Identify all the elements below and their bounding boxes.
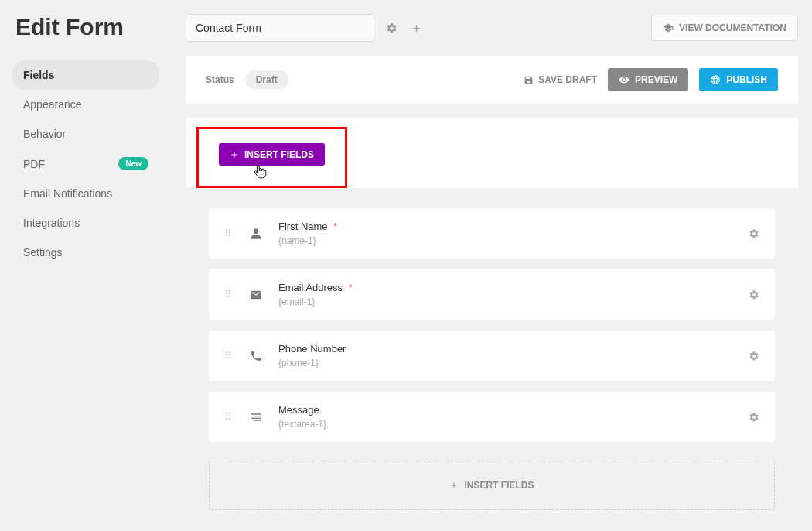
field-slug: {name-1} — [278, 235, 733, 246]
sidebar-item-label: Integrations — [23, 217, 80, 229]
sidebar-item-fields[interactable]: Fields — [12, 60, 159, 90]
fields-panel: INSERT FIELDS ⠿ First Name * {name- — [186, 118, 798, 510]
field-row[interactable]: ⠿ Phone Number {phone-1} — [209, 331, 775, 381]
gear-icon[interactable] — [749, 228, 759, 239]
button-label: PREVIEW — [635, 74, 677, 85]
insert-fields-dropzone[interactable]: INSERT FIELDS — [209, 461, 775, 510]
button-label: PUBLISH — [726, 74, 767, 85]
plus-icon — [449, 481, 459, 490]
field-text: Phone Number {phone-1} — [278, 343, 733, 368]
field-slug: {phone-1} — [278, 358, 733, 368]
dropzone-label: INSERT FIELDS — [464, 480, 534, 491]
sidebar-item-pdf[interactable]: PDF New — [12, 149, 159, 179]
status-label: Status — [206, 74, 234, 85]
save-draft-button[interactable]: SAVE DRAFT — [524, 74, 597, 85]
sidebar-item-appearance[interactable]: Appearance — [12, 90, 159, 119]
field-slug: {email-1} — [278, 296, 733, 307]
required-star: * — [333, 221, 337, 232]
sidebar-item-label: Appearance — [23, 98, 82, 111]
field-label: Phone Number — [278, 343, 346, 355]
sidebar-nav: Fields Appearance Behavior PDF New Email… — [12, 60, 159, 267]
sidebar-item-integrations[interactable]: Integrations — [12, 208, 159, 238]
required-star: * — [349, 283, 353, 293]
field-text: First Name * {name-1} — [278, 221, 733, 246]
save-icon — [524, 75, 534, 85]
status-badge: Draft — [245, 70, 288, 89]
preview-button[interactable]: PREVIEW — [608, 68, 688, 91]
field-label: Message — [278, 404, 319, 416]
field-label: First Name — [278, 221, 328, 232]
gear-icon[interactable] — [749, 351, 759, 361]
gear-icon[interactable] — [749, 412, 759, 423]
button-label: SAVE DRAFT — [538, 74, 597, 85]
sidebar-item-email-notifications[interactable]: Email Notifications — [12, 179, 159, 208]
button-label: INSERT FIELDS — [244, 149, 314, 160]
drag-handle-icon[interactable]: ⠿ — [224, 354, 234, 358]
field-label: Email Address — [278, 282, 343, 293]
field-text: Message {textarea-1} — [278, 404, 733, 430]
drag-handle-icon[interactable]: ⠿ — [224, 231, 234, 236]
cursor-hand-icon — [253, 164, 267, 180]
topbar: VIEW DOCUMENTATION — [186, 14, 798, 42]
sidebar-item-label: PDF — [23, 158, 45, 170]
button-label: VIEW DOCUMENTATION — [679, 22, 786, 33]
field-row[interactable]: ⠿ Email Address * {email-1} — [209, 269, 775, 320]
gear-icon[interactable] — [384, 20, 399, 36]
drag-handle-icon[interactable]: ⠿ — [224, 293, 234, 297]
main-content: VIEW DOCUMENTATION Status Draft SAVE DRA… — [172, 0, 812, 531]
drag-handle-icon[interactable]: ⠿ — [224, 415, 234, 420]
user-icon — [249, 228, 263, 240]
sidebar-item-label: Settings — [23, 246, 63, 259]
textarea-icon — [249, 411, 263, 423]
view-documentation-button[interactable]: VIEW DOCUMENTATION — [651, 15, 798, 41]
insert-fields-highlight: INSERT FIELDS — [196, 127, 347, 188]
mail-icon — [249, 289, 263, 301]
field-slug: {textarea-1} — [278, 419, 733, 430]
sidebar-item-settings[interactable]: Settings — [12, 238, 159, 267]
eye-icon — [619, 74, 629, 85]
field-row[interactable]: ⠿ First Name * {name-1} — [209, 208, 775, 259]
globe-icon — [710, 74, 721, 85]
gear-icon[interactable] — [749, 289, 759, 300]
phone-icon — [249, 350, 263, 362]
plus-icon[interactable] — [408, 20, 424, 36]
form-name-input[interactable] — [186, 14, 374, 42]
sidebar-item-behavior[interactable]: Behavior — [12, 119, 159, 149]
field-row[interactable]: ⠿ Message {textarea-1} — [209, 392, 775, 442]
publish-button[interactable]: PUBLISH — [699, 68, 778, 91]
insert-fields-button[interactable]: INSERT FIELDS — [219, 143, 325, 166]
sidebar-item-label: Fields — [23, 69, 54, 81]
plus-icon — [230, 150, 239, 159]
sidebar-item-label: Email Notifications — [23, 187, 112, 200]
new-badge: New — [118, 157, 148, 170]
sidebar: Edit Form Fields Appearance Behavior PDF… — [0, 0, 172, 531]
page-title: Edit Form — [12, 14, 159, 40]
field-text: Email Address * {email-1} — [278, 282, 733, 307]
status-bar: Status Draft SAVE DRAFT PREVIEW PUBLISH — [186, 56, 798, 104]
fields-list: ⠿ First Name * {name-1} — [186, 188, 798, 510]
graduation-cap-icon — [663, 22, 674, 33]
sidebar-item-label: Behavior — [23, 128, 66, 140]
